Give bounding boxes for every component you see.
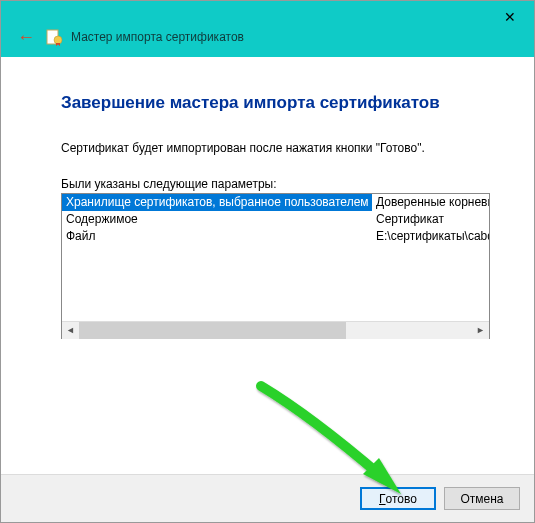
cell-param-name: Хранилище сертификатов, выбранное пользо…: [62, 194, 372, 211]
table-row[interactable]: Файл E:\сертификаты\cabd2a79a: [62, 228, 489, 245]
finish-button[interactable]: Готово: [360, 487, 436, 510]
table-body[interactable]: Хранилище сертификатов, выбранное пользо…: [62, 194, 489, 321]
close-button[interactable]: ✕: [498, 7, 522, 27]
scroll-thumb[interactable]: [79, 322, 346, 339]
window-title: Мастер импорта сертификатов: [71, 30, 244, 44]
scroll-track[interactable]: [79, 322, 472, 339]
parameters-table: Хранилище сертификатов, выбранное пользо…: [61, 193, 490, 339]
horizontal-scrollbar[interactable]: ◄ ►: [62, 321, 489, 338]
svg-point-1: [54, 36, 62, 44]
content-area: Завершение мастера импорта сертификатов …: [1, 57, 534, 359]
cell-param-name: Файл: [62, 228, 372, 245]
scroll-right-icon[interactable]: ►: [472, 322, 489, 339]
scroll-left-icon[interactable]: ◄: [62, 322, 79, 339]
table-row[interactable]: Содержимое Сертификат: [62, 211, 489, 228]
titlebar: ✕ ← Мастер импорта сертификатов: [1, 1, 534, 57]
footer-bar: Готово Отмена: [1, 474, 534, 522]
cancel-button[interactable]: Отмена: [444, 487, 520, 510]
parameters-label: Были указаны следующие параметры:: [61, 177, 490, 191]
cell-param-value: E:\сертификаты\cabd2a79a: [372, 228, 489, 245]
cell-param-name: Содержимое: [62, 211, 372, 228]
page-heading: Завершение мастера импорта сертификатов: [61, 93, 490, 113]
cell-param-value: Сертификат: [372, 211, 489, 228]
description-text: Сертификат будет импортирован после нажа…: [61, 141, 490, 155]
table-row[interactable]: Хранилище сертификатов, выбранное пользо…: [62, 194, 489, 211]
cell-param-value: Доверенные корневые цен: [372, 194, 489, 211]
back-icon[interactable]: ←: [17, 27, 35, 48]
certificate-icon: [45, 28, 63, 46]
